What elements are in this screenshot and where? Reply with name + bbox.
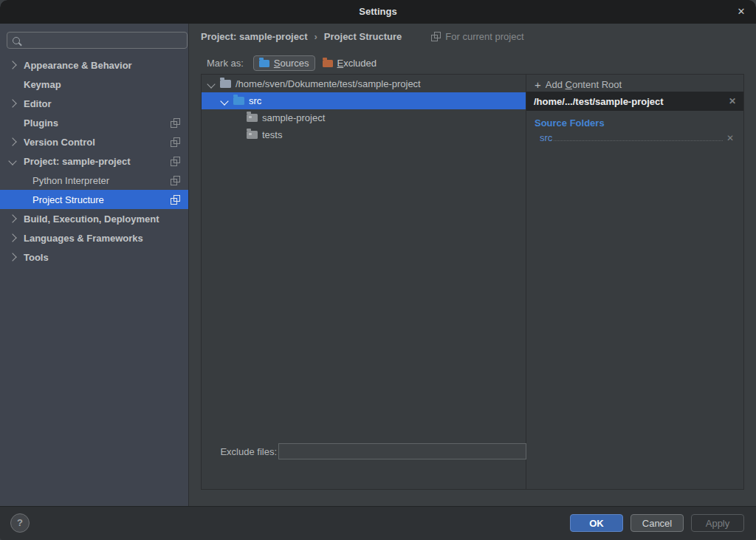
close-icon[interactable]: ✕ — [734, 0, 749, 24]
remove-source-folder-icon[interactable]: ✕ — [726, 133, 734, 143]
window-title: Settings — [0, 0, 756, 24]
folder-icon — [259, 60, 269, 67]
per-project-settings-icon — [171, 157, 180, 166]
source-folder-list: src ✕ — [526, 132, 743, 143]
option-label: ources — [281, 58, 309, 69]
source-folders-header: Source Folders — [535, 117, 743, 129]
folder-icon — [323, 60, 333, 67]
tree-row[interactable]: tests — [202, 126, 526, 143]
help-button[interactable]: ? — [10, 513, 30, 533]
sidebar-item[interactable]: Tools — [0, 247, 188, 267]
mnemonic-letter: S — [274, 58, 281, 69]
sidebar-item[interactable]: Plugins — [0, 113, 188, 132]
sidebar-item-label: Appearance & Behavior — [24, 60, 132, 71]
tree-row-label: /home/sven/Dokumente/test/sample-project — [236, 78, 421, 89]
sidebar-item[interactable]: Project: sample-project — [0, 151, 188, 171]
sidebar-item-label: Project Structure — [32, 194, 104, 205]
content-tree-pane: /home/sven/Dokumente/test/sample-project… — [202, 75, 526, 489]
sidebar-item-label: Plugins — [24, 117, 58, 129]
per-project-settings-icon — [171, 195, 180, 205]
breadcrumb-separator: › — [315, 31, 317, 42]
folder-icon — [247, 131, 258, 139]
folder-icon — [233, 97, 244, 105]
add-content-root-button[interactable]: + Add Content Root — [526, 77, 743, 92]
settings-search-input[interactable] — [24, 34, 187, 47]
chevron-icon — [8, 137, 16, 146]
chevron-icon — [8, 253, 16, 261]
sidebar-item[interactable]: Languages & Frameworks — [0, 228, 188, 247]
remove-content-root-icon[interactable]: ✕ — [729, 96, 736, 106]
mnemonic-letter: C — [566, 79, 572, 90]
option-label: xcluded — [343, 58, 377, 69]
search-icon — [13, 37, 20, 44]
plus-icon: + — [535, 78, 541, 91]
per-project-settings-icon — [171, 118, 180, 128]
footer-buttons: OK Cancel Apply — [570, 514, 744, 532]
mark-as-option-button[interactable]: Sources — [253, 55, 315, 71]
per-project-settings-icon — [171, 176, 180, 185]
settings-search-box[interactable] — [7, 32, 188, 49]
sidebar-item[interactable]: Project Structure — [0, 190, 188, 209]
sidebar-item-label: Tools — [24, 252, 49, 263]
source-folder-item[interactable]: src ✕ — [540, 132, 734, 143]
exclude-files-label: Exclude files: — [207, 446, 277, 457]
scope-indicator: For current project — [431, 31, 523, 42]
ok-button[interactable]: OK — [570, 514, 623, 532]
sidebar-item[interactable]: Version Control — [0, 132, 188, 151]
mark-as-option-button[interactable]: Excluded — [317, 55, 382, 71]
sidebar-item-label: Build, Execution, Deployment — [24, 213, 159, 225]
apply-button: Apply — [691, 514, 744, 532]
chevron-icon — [8, 99, 16, 107]
sidebar-item[interactable]: Keymap — [0, 75, 188, 94]
tree-row[interactable]: sample-project — [202, 109, 526, 126]
sidebar-item[interactable]: Python Interpreter — [0, 171, 188, 190]
content-root-path: /home/.../test/sample-project — [534, 96, 664, 107]
chevron-icon — [8, 233, 16, 242]
dialog-footer: ? OK Cancel Apply — [0, 506, 756, 540]
per-project-settings-icon — [431, 32, 441, 41]
mnemonic-letter: E — [337, 58, 344, 69]
mark-as-options: Sources Excluded — [253, 55, 384, 71]
chevron-icon — [8, 214, 16, 222]
sidebar-item-list: Appearance & Behavior Keymap Editor Plug… — [0, 55, 188, 267]
content-roots-pane: + Add Content Root /home/.../test/sample… — [526, 75, 743, 489]
add-root-text: Add — [546, 79, 566, 90]
mark-as-toolbar: Mark as: Sources Excluded — [201, 54, 384, 72]
source-folder-label: src — [540, 132, 552, 143]
tree-row-label: sample-project — [262, 112, 325, 123]
sidebar-item-label: Keymap — [24, 79, 61, 90]
sidebar-item-label: Languages & Frameworks — [24, 233, 143, 244]
breadcrumb: Project: sample-project › Project Struct… — [201, 30, 524, 43]
directory-tree: /home/sven/Dokumente/test/sample-project… — [202, 75, 526, 143]
sidebar-item-label: Version Control — [24, 137, 95, 148]
sidebar-item-label: Project: sample-project — [24, 156, 131, 167]
scope-label: For current project — [445, 31, 523, 42]
dotted-leader — [554, 140, 723, 141]
tree-row[interactable]: src — [202, 92, 526, 109]
exclude-files-input[interactable] — [278, 443, 526, 459]
breadcrumb-page: Project Structure — [324, 31, 402, 42]
sidebar-item[interactable]: Build, Execution, Deployment — [0, 209, 188, 228]
folder-icon — [247, 114, 258, 122]
sidebar-item[interactable]: Editor — [0, 94, 188, 113]
settings-sidebar: Appearance & Behavior Keymap Editor Plug… — [0, 24, 189, 507]
tree-row[interactable]: /home/sven/Dokumente/test/sample-project — [202, 75, 526, 92]
chevron-icon — [8, 157, 16, 165]
chevron-icon — [8, 61, 16, 69]
tree-row-label: tests — [262, 129, 282, 140]
add-root-text: ontent Root — [572, 79, 622, 90]
breadcrumb-project[interactable]: Project: sample-project — [201, 31, 308, 42]
folder-icon — [220, 80, 231, 88]
chevron-icon[interactable] — [207, 80, 215, 88]
mark-as-label: Mark as: — [207, 58, 244, 69]
sidebar-item[interactable]: Appearance & Behavior — [0, 55, 188, 75]
tree-row-label: src — [249, 95, 261, 106]
title-bar: Settings ✕ — [0, 0, 756, 24]
sidebar-item-label: Python Interpreter — [32, 175, 109, 186]
project-structure-panels: /home/sven/Dokumente/test/sample-project… — [201, 74, 744, 490]
per-project-settings-icon — [171, 137, 180, 147]
sidebar-item-label: Editor — [24, 98, 52, 109]
cancel-button[interactable]: Cancel — [630, 514, 684, 532]
chevron-icon[interactable] — [220, 97, 228, 105]
content-root-row[interactable]: /home/.../test/sample-project ✕ — [526, 92, 743, 111]
